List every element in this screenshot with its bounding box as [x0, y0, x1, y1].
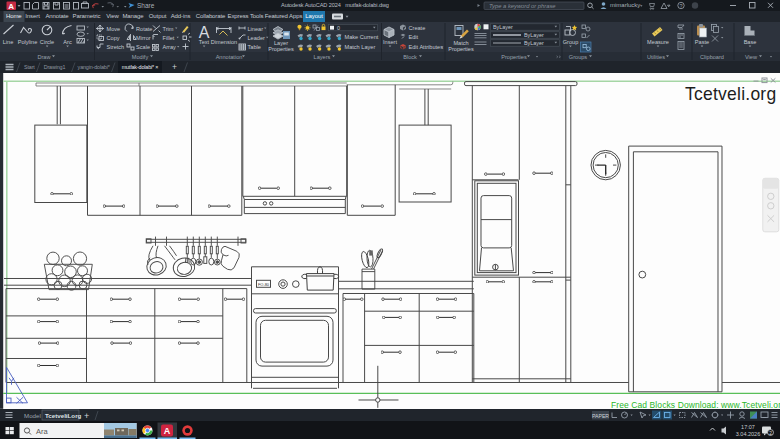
svg-text:Make Current: Make Current	[345, 34, 379, 40]
svg-text:Stretch: Stretch	[107, 44, 125, 50]
svg-text:ByLayer: ByLayer	[524, 40, 544, 46]
svg-text:Ara: Ara	[36, 427, 49, 436]
svg-text:Type a keyword or phrase: Type a keyword or phrase	[489, 3, 556, 9]
svg-text:Properties: Properties	[268, 46, 294, 52]
svg-text:Scale: Scale	[136, 44, 150, 50]
svg-text:Array: Array	[163, 44, 177, 50]
svg-text:2: 2	[769, 431, 772, 436]
svg-text:View: View	[745, 54, 758, 60]
svg-text:Rotate: Rotate	[136, 26, 152, 32]
svg-text:Insert: Insert	[383, 39, 397, 45]
svg-text:A: A	[8, 2, 14, 11]
svg-text:Mirror: Mirror	[136, 35, 151, 41]
svg-text:Arc: Arc	[63, 39, 72, 45]
svg-text:+: +	[84, 411, 89, 421]
svg-text:0: 0	[337, 25, 340, 31]
svg-text:Group: Group	[563, 39, 579, 45]
svg-text:Base: Base	[744, 39, 757, 45]
svg-text:PAPER: PAPER	[592, 413, 609, 419]
svg-text:ByLayer: ByLayer	[524, 32, 544, 38]
svg-text:Edit: Edit	[409, 34, 419, 40]
svg-text:Table: Table	[248, 44, 261, 50]
svg-text:Linear: Linear	[248, 26, 264, 32]
svg-text:Layers: Layers	[314, 54, 331, 60]
svg-text:Move: Move	[107, 26, 121, 32]
svg-text:Annotation: Annotation	[216, 54, 243, 60]
svg-text:Clipboard: Clipboard	[700, 54, 724, 60]
svg-text:Utilities: Utilities	[647, 54, 665, 60]
svg-text:17:07: 17:07	[741, 424, 755, 430]
svg-text:Trim: Trim	[163, 26, 174, 32]
svg-text:Groups: Groups	[569, 54, 588, 60]
svg-text:Measure: Measure	[647, 39, 669, 45]
svg-text:Properties: Properties	[501, 54, 527, 60]
svg-text:Match Layer: Match Layer	[345, 44, 376, 50]
svg-text:Draw: Draw	[37, 54, 51, 60]
svg-text:TcetveliLorg: TcetveliLorg	[45, 412, 82, 419]
svg-text:3.04.2026: 3.04.2026	[736, 431, 760, 437]
svg-text:Free Cad Blocks Download: www.: Free Cad Blocks Download: www.Tcetveli.o…	[611, 400, 780, 409]
svg-text:A: A	[164, 426, 171, 436]
svg-text:Fillet: Fillet	[163, 35, 175, 41]
svg-text:Modify: Modify	[132, 54, 149, 60]
svg-text:Copy: Copy	[107, 35, 120, 41]
svg-text:Leader: Leader	[248, 35, 266, 41]
svg-text:Model: Model	[24, 412, 41, 419]
svg-text:Polyline: Polyline	[18, 39, 38, 45]
svg-text:Tcetveli.org: Tcetveli.org	[685, 84, 776, 104]
svg-text:Block: Block	[403, 54, 417, 60]
svg-text:Edit Attributes: Edit Attributes	[409, 44, 444, 50]
svg-text:FO-80: FO-80	[258, 282, 270, 287]
svg-text:ByLayer: ByLayer	[493, 24, 513, 30]
svg-text:Text: Text	[199, 39, 210, 45]
svg-text:Properties: Properties	[448, 46, 474, 52]
svg-text:Dimension: Dimension	[211, 39, 237, 45]
svg-text:Line: Line	[3, 39, 14, 45]
svg-text:Create: Create	[409, 25, 426, 31]
svg-text:?: ?	[679, 3, 682, 9]
svg-text:Circle: Circle	[40, 39, 54, 45]
svg-text:Paste: Paste	[695, 39, 709, 45]
